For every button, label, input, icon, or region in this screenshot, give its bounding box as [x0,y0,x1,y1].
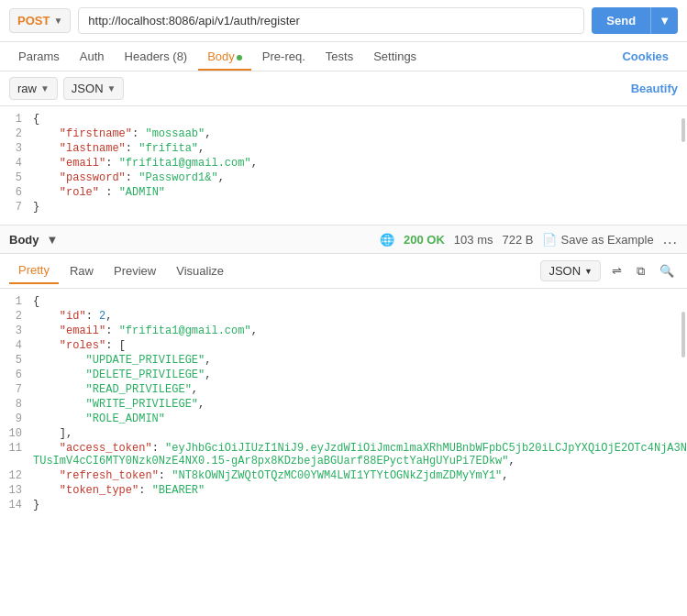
save-icon: 📄 [542,233,557,247]
req-line-2: 2 "firstname": "mossaab", [0,126,687,141]
send-arrow-icon[interactable]: ▼ [650,7,678,34]
send-button[interactable]: Send ▼ [592,7,678,34]
req-line-1: 1 { [0,112,687,126]
response-bar: Body ▼ 🌐 200 OK 103 ms 722 B 📄 Save as E… [0,226,687,254]
resp-line-7: 7 "READ_PRIVILEGE", [0,382,687,397]
response-format-controls: JSON ▼ ⇌ ⧉ 🔍 [540,260,678,281]
resp-line-2: 2 "id": 2, [0,309,687,324]
json-dropdown[interactable]: JSON ▼ [63,77,125,100]
tab-preview[interactable]: Preview [105,258,165,283]
tab-tests[interactable]: Tests [316,42,362,71]
method-label: POST [17,14,50,28]
tab-headers[interactable]: Headers (8) [116,42,197,71]
response-time: 103 ms [454,233,493,247]
tab-pretty[interactable]: Pretty [9,258,59,284]
send-label: Send [592,7,650,34]
raw-dropdown[interactable]: raw ▼ [9,77,58,100]
status-badge: 200 OK [404,233,445,247]
response-tabs: Pretty Raw Preview Visualize JSON ▼ ⇌ ⧉ … [0,254,687,289]
save-example-label: Save as Example [560,233,653,247]
resp-line-9: 9 "ROLE_ADMIN" [0,412,687,426]
req-line-7: 7 } [0,200,687,214]
request-code-editor[interactable]: 1 { 2 "firstname": "mossaab", 3 "lastnam… [0,106,687,226]
raw-chevron-icon: ▼ [40,83,50,94]
json-chevron-icon: ▼ [107,83,116,94]
tab-prereq[interactable]: Pre-req. [253,42,315,71]
tab-body[interactable]: Body [198,42,251,71]
request-scrollbar[interactable] [681,118,685,142]
filter-icon[interactable]: ⇌ [608,262,626,280]
req-line-6: 6 "role" : "ADMIN" [0,185,687,200]
resp-line-6: 6 "DELETE_PRIVILEGE", [0,368,687,382]
req-line-3: 3 "lastname": "frifita", [0,141,687,156]
tab-params[interactable]: Params [9,42,69,71]
raw-label: raw [17,82,37,95]
url-input[interactable] [78,7,584,34]
save-example-button[interactable]: 📄 Save as Example [542,233,653,247]
tab-settings[interactable]: Settings [364,42,426,71]
resp-line-13: 13 "token_type": "BEARER" [0,483,687,498]
req-line-5: 5 "password": "Password1&", [0,170,687,185]
response-json-dropdown[interactable]: JSON ▼ [540,260,601,281]
beautify-button[interactable]: Beautify [631,82,678,95]
body-dot [237,55,242,60]
body-label: Body [9,233,39,247]
response-json-chevron-icon: ▼ [584,267,593,276]
resp-line-14: 14 } [0,498,687,512]
resp-line-11: 11 "access_token": "eyJhbGciOiJIUzI1NiJ9… [0,441,687,468]
copy-icon[interactable]: ⧉ [633,262,648,280]
top-bar: POST ▼ Send ▼ [0,0,687,42]
method-chevron-icon: ▼ [53,16,62,26]
json-label: JSON [72,82,104,95]
method-dropdown[interactable]: POST ▼ [9,8,71,33]
resp-line-10: 10 ], [0,426,687,441]
response-body[interactable]: 1 { 2 "id": 2, 3 "email": "frifita1@gmai… [0,289,687,518]
tab-raw[interactable]: Raw [61,258,103,283]
cookies-link[interactable]: Cookies [613,42,678,71]
body-chevron-icon[interactable]: ▼ [47,233,59,247]
resp-line-3: 3 "email": "frifita1@gmail.com", [0,324,687,338]
globe-icon: 🌐 [380,233,394,247]
response-size: 722 B [503,233,534,247]
tab-auth[interactable]: Auth [71,42,114,71]
resp-line-4: 4 "roles": [ [0,338,687,353]
resp-line-5: 5 "UPDATE_PRIVILEGE", [0,353,687,368]
req-line-4: 4 "email": "frifita1@gmail.com", [0,156,687,170]
resp-line-12: 12 "refresh_token": "NT8kOWNjZWQtOTQzMC0… [0,468,687,483]
response-json-label: JSON [548,264,581,278]
response-scrollbar[interactable] [681,312,685,358]
response-meta: 🌐 200 OK 103 ms 722 B 📄 Save as Example … [380,231,678,248]
request-editor-toolbar: raw ▼ JSON ▼ Beautify [0,72,687,106]
resp-line-1: 1 { [0,294,687,309]
resp-line-8: 8 "WRITE_PRIVILEGE", [0,397,687,412]
more-options-button[interactable]: ... [663,231,678,248]
nav-tabs: Params Auth Headers (8) Body Pre-req. Te… [0,42,687,72]
tab-visualize[interactable]: Visualize [167,258,233,283]
search-icon[interactable]: 🔍 [656,262,678,280]
